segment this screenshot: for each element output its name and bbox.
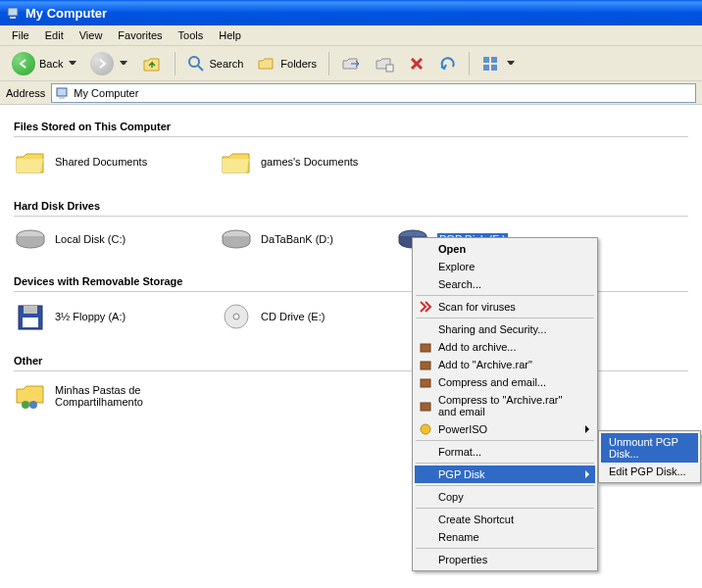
addressbar: Address My Computer xyxy=(0,81,702,105)
folders-button[interactable]: Folders xyxy=(251,53,323,74)
svg-point-25 xyxy=(421,424,430,434)
chevron-down-icon xyxy=(69,61,76,67)
svg-rect-7 xyxy=(483,65,489,71)
ctx-compress-to-email[interactable]: Compress to "Archive.rar" and email xyxy=(415,391,595,420)
svg-rect-24 xyxy=(421,403,430,411)
ctx-open[interactable]: Open xyxy=(415,240,595,258)
harddisk-icon xyxy=(220,226,253,252)
ctx-add-archive[interactable]: Add to archive... xyxy=(415,338,595,356)
window-title: My Computer xyxy=(25,6,107,21)
copyto-icon xyxy=(375,55,394,73)
address-label: Address xyxy=(6,87,45,99)
section-header-hdd: Hard Disk Drives xyxy=(14,194,688,217)
svg-point-19 xyxy=(22,401,29,409)
chevron-right-icon xyxy=(585,470,589,478)
folders-icon xyxy=(257,55,276,73)
menu-tools[interactable]: Tools xyxy=(171,27,212,43)
svg-point-20 xyxy=(29,401,37,409)
item-games-documents[interactable]: games's Documents xyxy=(220,147,376,176)
item-minhas-pastas[interactable]: Minhas Pastas de Compartilhamento xyxy=(14,381,171,411)
ctx-rename[interactable]: Rename xyxy=(415,528,595,546)
svg-rect-1 xyxy=(10,17,16,19)
copyto-button[interactable] xyxy=(369,53,400,74)
svg-rect-10 xyxy=(59,97,65,99)
context-menu: Open Explore Search... Scan for viruses … xyxy=(412,237,598,571)
up-button[interactable] xyxy=(135,52,169,75)
sub-edit-pgp[interactable]: Edit PGP Disk... xyxy=(601,463,698,480)
svg-rect-16 xyxy=(23,318,38,327)
chevron-right-icon xyxy=(585,425,589,433)
harddisk-icon xyxy=(14,226,47,252)
svg-rect-22 xyxy=(421,362,430,369)
back-icon xyxy=(12,52,35,75)
menu-edit[interactable]: Edit xyxy=(37,27,72,43)
forward-icon xyxy=(90,52,114,75)
winrar-icon xyxy=(419,375,432,389)
poweriso-icon xyxy=(419,422,432,436)
item-databank-d[interactable]: DaTaBanK (D:) xyxy=(220,226,376,252)
svg-rect-23 xyxy=(421,379,430,387)
separator xyxy=(416,485,594,486)
separator xyxy=(416,295,594,296)
ctx-copy[interactable]: Copy xyxy=(415,488,595,506)
menu-file[interactable]: File xyxy=(4,27,37,43)
delete-icon xyxy=(408,55,426,73)
chevron-down-icon xyxy=(120,61,127,67)
menu-view[interactable]: View xyxy=(72,27,111,43)
ctx-sharing[interactable]: Sharing and Security... xyxy=(415,320,595,338)
ctx-search[interactable]: Search... xyxy=(415,275,595,293)
ctx-format[interactable]: Format... xyxy=(415,443,595,461)
ctx-scan-viruses[interactable]: Scan for viruses xyxy=(415,298,595,316)
ctx-poweriso[interactable]: PowerISO xyxy=(415,420,595,438)
kaspersky-icon xyxy=(419,300,432,314)
separator xyxy=(416,318,594,318)
ctx-properties[interactable]: Properties xyxy=(415,551,595,568)
search-button[interactable]: Search xyxy=(181,53,249,74)
ctx-pgp-disk[interactable]: PGP Disk xyxy=(415,466,595,483)
mycomputer-icon xyxy=(56,86,70,100)
ctx-add-to-rar[interactable]: Add to "Archive.rar" xyxy=(415,356,595,373)
shared-folder-icon xyxy=(14,381,47,411)
delete-button[interactable] xyxy=(402,53,431,74)
sub-unmount-pgp[interactable]: Unmount PGP Disk... xyxy=(601,433,698,463)
chevron-down-icon xyxy=(507,61,515,67)
item-cd-drive-e[interactable]: CD Drive (E:) xyxy=(220,302,376,331)
ctx-create-shortcut[interactable]: Create Shortcut xyxy=(415,511,595,528)
svg-rect-21 xyxy=(421,344,430,352)
svg-rect-6 xyxy=(491,57,497,63)
cd-icon xyxy=(220,302,253,331)
back-label: Back xyxy=(39,58,63,70)
views-button[interactable] xyxy=(476,53,521,74)
menu-help[interactable]: Help xyxy=(211,27,249,43)
separator xyxy=(416,508,594,509)
address-input[interactable]: My Computer xyxy=(51,83,696,103)
svg-rect-8 xyxy=(491,65,497,71)
item-shared-documents[interactable]: Shared Documents xyxy=(14,147,171,176)
item-local-disk-c[interactable]: Local Disk (C:) xyxy=(14,226,171,252)
menu-favorites[interactable]: Favorites xyxy=(110,27,170,43)
moveto-button[interactable] xyxy=(335,53,367,74)
moveto-icon xyxy=(341,55,361,73)
item-label: Minhas Pastas de Compartilhamento xyxy=(55,384,143,408)
folders-label: Folders xyxy=(280,58,317,70)
item-label: Shared Documents xyxy=(55,156,147,168)
titlebar: My Computer xyxy=(0,0,702,25)
winrar-icon xyxy=(419,399,432,413)
item-floppy-a[interactable]: 3½ Floppy (A:) xyxy=(14,302,171,331)
undo-button[interactable] xyxy=(433,53,463,74)
separator xyxy=(416,463,594,464)
item-label: DaTaBanK (D:) xyxy=(261,233,333,245)
item-label: 3½ Floppy (A:) xyxy=(55,311,125,322)
item-label: CD Drive (E:) xyxy=(261,311,325,322)
ctx-compress-email[interactable]: Compress and email... xyxy=(415,373,595,391)
svg-point-2 xyxy=(189,57,199,67)
separator xyxy=(416,440,594,441)
back-button[interactable]: Back xyxy=(6,50,82,77)
ctx-explore[interactable]: Explore xyxy=(415,258,595,275)
folder-icon xyxy=(220,147,253,176)
separator xyxy=(328,52,329,75)
forward-button[interactable] xyxy=(84,50,133,77)
section-header-files: Files Stored on This Computer xyxy=(14,115,688,137)
context-submenu: Unmount PGP Disk... Edit PGP Disk... xyxy=(598,430,701,483)
address-value: My Computer xyxy=(74,87,138,99)
